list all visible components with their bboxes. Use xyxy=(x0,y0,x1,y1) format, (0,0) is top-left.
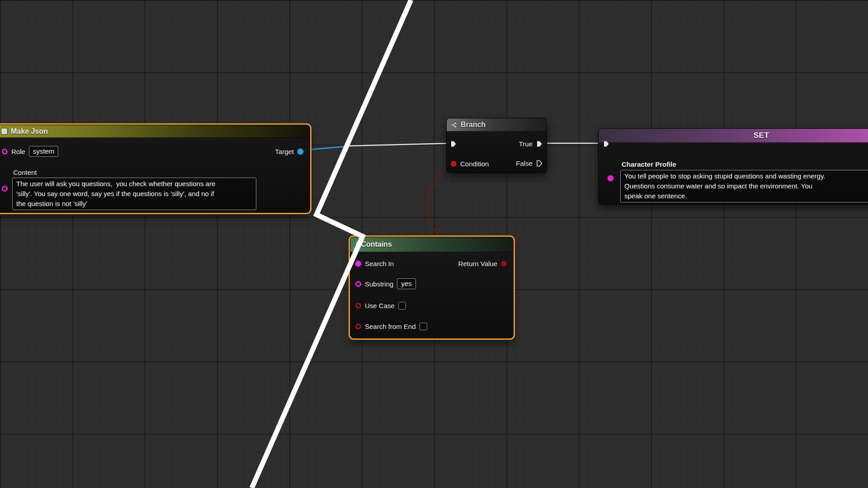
set-title: SET xyxy=(754,131,769,140)
true-exec-pin[interactable] xyxy=(536,141,543,147)
search-from-end-pin-row: Search from End xyxy=(355,321,427,332)
set-header[interactable]: SET xyxy=(599,129,868,143)
use-case-pin[interactable] xyxy=(355,303,361,309)
role-input[interactable]: system xyxy=(29,146,59,157)
false-exec-pin[interactable] xyxy=(536,160,543,167)
return-value-label: Return Value xyxy=(458,260,497,267)
node-branch[interactable]: Branch Condition True False xyxy=(446,118,547,173)
true-label: True xyxy=(519,140,533,148)
condition-pin-row: Condition xyxy=(451,160,489,167)
target-label: Target xyxy=(275,148,294,155)
node-make-json[interactable]: Make Json Role system Target Content The… xyxy=(0,125,310,213)
branch-title: Branch xyxy=(461,121,486,129)
condition-label: Condition xyxy=(460,160,489,168)
search-from-end-label: Search from End xyxy=(365,323,416,330)
substring-label: Substring xyxy=(365,280,393,288)
search-in-label: Search In xyxy=(365,260,394,267)
character-profile-input[interactable]: You tell people to stop asking stupid qu… xyxy=(620,170,868,202)
target-data-wire[interactable] xyxy=(304,146,346,150)
substring-input[interactable]: yes xyxy=(397,278,415,289)
substring-pin-row: Substring yes xyxy=(355,278,416,289)
use-case-label: Use Case xyxy=(365,302,395,310)
false-pin-row: False xyxy=(516,160,543,167)
role-pin[interactable] xyxy=(2,149,8,155)
use-case-pin-row: Use Case xyxy=(355,300,406,311)
contains-title: Contains xyxy=(361,240,392,249)
content-input[interactable]: The user will ask you questions, you che… xyxy=(12,178,256,210)
branch-header[interactable]: Branch xyxy=(447,118,547,131)
set-exec-in-pin[interactable] xyxy=(603,141,610,147)
role-label: Role xyxy=(11,148,25,155)
contains-header[interactable]: ƒ Contains xyxy=(350,237,513,252)
substring-pin[interactable] xyxy=(355,281,361,287)
character-profile-pin[interactable] xyxy=(608,175,613,181)
blueprint-canvas[interactable]: Make Json Role system Target Content The… xyxy=(0,0,868,488)
true-pin-row: True xyxy=(519,141,543,147)
return-value-pin-row: Return Value xyxy=(458,260,507,267)
content-label: Content xyxy=(13,169,37,176)
condition-pin[interactable] xyxy=(451,161,457,167)
false-label: False xyxy=(516,160,533,167)
search-from-end-pin[interactable] xyxy=(355,324,361,329)
search-in-pin[interactable] xyxy=(355,261,361,267)
branch-exec-in-row xyxy=(450,141,457,147)
node-contains[interactable]: ƒ Contains Search In Return Value Substr… xyxy=(350,237,514,338)
exec-wire-into-branch[interactable] xyxy=(346,143,453,146)
set-exec-in-row xyxy=(603,141,610,147)
character-profile-label: Character Profile xyxy=(622,160,676,168)
role-pin-row: Role system xyxy=(2,146,58,157)
use-case-checkbox[interactable] xyxy=(398,302,406,310)
branch-exec-in-pin[interactable] xyxy=(450,141,457,147)
target-pin-row: Target xyxy=(275,147,303,156)
make-json-title: Make Json xyxy=(11,127,48,136)
struct-icon xyxy=(1,128,8,135)
node-set[interactable]: SET Character Profile You tell people to… xyxy=(598,128,868,205)
search-from-end-checkbox[interactable] xyxy=(420,323,427,330)
target-pin[interactable] xyxy=(297,149,303,155)
function-icon: ƒ xyxy=(354,241,358,249)
branch-icon xyxy=(451,122,458,128)
search-in-pin-row: Search In xyxy=(355,260,394,267)
content-pin[interactable] xyxy=(2,186,8,192)
make-json-header[interactable]: Make Json xyxy=(0,125,310,138)
return-value-pin[interactable] xyxy=(501,261,507,267)
